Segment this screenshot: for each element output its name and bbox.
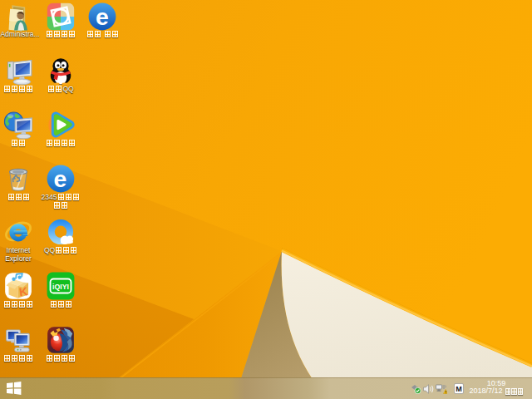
- svg-text:e: e: [54, 165, 67, 192]
- svg-text:M: M: [456, 385, 462, 393]
- svg-text:e: e: [96, 3, 109, 30]
- svg-text:iQIYI: iQIYI: [52, 283, 69, 291]
